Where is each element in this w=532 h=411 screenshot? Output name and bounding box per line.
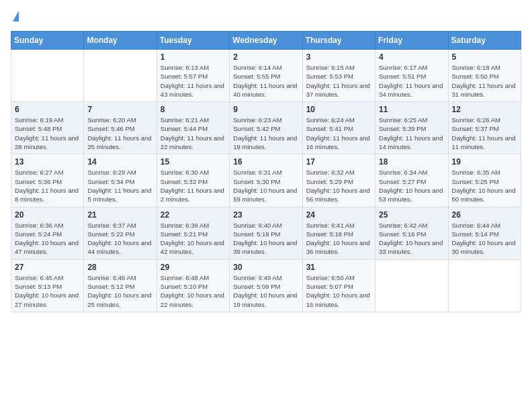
weekday-header-monday: Monday	[84, 32, 157, 50]
calendar-cell	[84, 50, 157, 102]
day-number: 11	[379, 105, 444, 114]
day-number: 8	[161, 105, 226, 114]
day-info: Sunrise: 6:24 AM Sunset: 5:41 PM Dayligh…	[306, 116, 371, 151]
day-info: Sunrise: 6:15 AM Sunset: 5:53 PM Dayligh…	[306, 63, 371, 99]
day-number: 2	[233, 52, 298, 62]
calendar-cell: 13Sunrise: 6:27 AM Sunset: 5:36 PM Dayli…	[11, 154, 84, 207]
weekday-header-saturday: Saturday	[448, 32, 521, 50]
logo	[11, 11, 19, 23]
day-info: Sunrise: 6:20 AM Sunset: 5:46 PM Dayligh…	[87, 116, 152, 151]
calendar-cell: 20Sunrise: 6:36 AM Sunset: 5:24 PM Dayli…	[11, 207, 84, 259]
calendar-cell: 31Sunrise: 6:50 AM Sunset: 5:07 PM Dayli…	[302, 259, 375, 312]
calendar-week-row: 1Sunrise: 6:13 AM Sunset: 5:57 PM Daylig…	[11, 50, 521, 102]
calendar-cell: 11Sunrise: 6:25 AM Sunset: 5:39 PM Dayli…	[375, 102, 448, 154]
day-info: Sunrise: 6:17 AM Sunset: 5:51 PM Dayligh…	[379, 63, 444, 99]
calendar-cell: 16Sunrise: 6:31 AM Sunset: 5:30 PM Dayli…	[230, 154, 302, 207]
calendar-week-row: 6Sunrise: 6:19 AM Sunset: 5:48 PM Daylig…	[11, 102, 521, 154]
day-number: 21	[87, 210, 152, 220]
day-number: 1	[161, 52, 226, 62]
calendar-cell: 6Sunrise: 6:19 AM Sunset: 5:48 PM Daylig…	[11, 102, 84, 154]
calendar-table: SundayMondayTuesdayWednesdayThursdayFrid…	[11, 31, 521, 312]
day-number: 14	[87, 157, 152, 167]
day-number: 31	[306, 263, 371, 272]
day-info: Sunrise: 6:40 AM Sunset: 5:19 PM Dayligh…	[233, 221, 298, 257]
weekday-header-friday: Friday	[375, 32, 448, 50]
day-info: Sunrise: 6:41 AM Sunset: 5:18 PM Dayligh…	[306, 221, 371, 257]
day-info: Sunrise: 6:30 AM Sunset: 5:32 PM Dayligh…	[161, 168, 226, 203]
day-info: Sunrise: 6:39 AM Sunset: 5:21 PM Dayligh…	[161, 221, 226, 257]
calendar-cell	[375, 259, 448, 312]
day-number: 23	[233, 210, 298, 220]
calendar-cell: 27Sunrise: 6:45 AM Sunset: 5:13 PM Dayli…	[11, 259, 84, 312]
day-number: 19	[452, 157, 517, 167]
day-info: Sunrise: 6:50 AM Sunset: 5:07 PM Dayligh…	[306, 273, 371, 309]
calendar-cell: 29Sunrise: 6:48 AM Sunset: 5:10 PM Dayli…	[157, 259, 229, 312]
day-number: 15	[161, 157, 226, 167]
calendar-cell: 12Sunrise: 6:26 AM Sunset: 5:37 PM Dayli…	[448, 102, 521, 154]
day-number: 7	[87, 105, 152, 114]
calendar-week-row: 20Sunrise: 6:36 AM Sunset: 5:24 PM Dayli…	[11, 207, 521, 259]
page-header	[11, 11, 521, 23]
day-info: Sunrise: 6:46 AM Sunset: 5:12 PM Dayligh…	[87, 273, 152, 309]
day-info: Sunrise: 6:27 AM Sunset: 5:36 PM Dayligh…	[15, 168, 80, 203]
day-info: Sunrise: 6:34 AM Sunset: 5:27 PM Dayligh…	[379, 168, 444, 203]
day-number: 10	[306, 105, 371, 114]
day-number: 29	[161, 263, 226, 272]
day-info: Sunrise: 6:25 AM Sunset: 5:39 PM Dayligh…	[379, 116, 444, 151]
day-info: Sunrise: 6:44 AM Sunset: 5:14 PM Dayligh…	[452, 221, 517, 257]
calendar-cell: 25Sunrise: 6:42 AM Sunset: 5:16 PM Dayli…	[375, 207, 448, 259]
day-info: Sunrise: 6:23 AM Sunset: 5:42 PM Dayligh…	[233, 116, 298, 151]
weekday-header-thursday: Thursday	[302, 32, 375, 50]
day-info: Sunrise: 6:45 AM Sunset: 5:13 PM Dayligh…	[15, 273, 80, 309]
day-info: Sunrise: 6:14 AM Sunset: 5:55 PM Dayligh…	[233, 63, 298, 99]
calendar-cell	[448, 259, 521, 312]
calendar-cell: 26Sunrise: 6:44 AM Sunset: 5:14 PM Dayli…	[448, 207, 521, 259]
day-info: Sunrise: 6:32 AM Sunset: 5:29 PM Dayligh…	[306, 168, 371, 203]
day-info: Sunrise: 6:37 AM Sunset: 5:22 PM Dayligh…	[87, 221, 152, 257]
day-number: 12	[452, 105, 517, 114]
day-info: Sunrise: 6:26 AM Sunset: 5:37 PM Dayligh…	[452, 116, 517, 151]
calendar-body: 1Sunrise: 6:13 AM Sunset: 5:57 PM Daylig…	[11, 50, 521, 312]
logo-triangle-icon	[13, 11, 19, 21]
weekday-header-sunday: Sunday	[11, 32, 84, 50]
day-number: 22	[161, 210, 226, 220]
day-info: Sunrise: 6:42 AM Sunset: 5:16 PM Dayligh…	[379, 221, 444, 257]
day-info: Sunrise: 6:19 AM Sunset: 5:48 PM Dayligh…	[15, 116, 80, 151]
day-info: Sunrise: 6:49 AM Sunset: 5:09 PM Dayligh…	[233, 273, 298, 309]
day-number: 27	[15, 263, 80, 272]
day-number: 16	[233, 157, 298, 167]
calendar-cell: 18Sunrise: 6:34 AM Sunset: 5:27 PM Dayli…	[375, 154, 448, 207]
day-number: 30	[233, 263, 298, 272]
weekday-header-tuesday: Tuesday	[157, 32, 229, 50]
calendar-cell: 3Sunrise: 6:15 AM Sunset: 5:53 PM Daylig…	[302, 50, 375, 102]
day-number: 17	[306, 157, 371, 167]
day-number: 3	[306, 52, 371, 62]
day-info: Sunrise: 6:21 AM Sunset: 5:44 PM Dayligh…	[161, 116, 226, 151]
day-number: 13	[15, 157, 80, 167]
calendar-cell: 19Sunrise: 6:35 AM Sunset: 5:25 PM Dayli…	[448, 154, 521, 207]
calendar-week-row: 27Sunrise: 6:45 AM Sunset: 5:13 PM Dayli…	[11, 259, 521, 312]
day-info: Sunrise: 6:48 AM Sunset: 5:10 PM Dayligh…	[161, 273, 226, 309]
calendar-cell: 10Sunrise: 6:24 AM Sunset: 5:41 PM Dayli…	[302, 102, 375, 154]
day-number: 6	[15, 105, 80, 114]
day-number: 5	[452, 52, 517, 62]
calendar-cell: 7Sunrise: 6:20 AM Sunset: 5:46 PM Daylig…	[84, 102, 157, 154]
day-number: 26	[452, 210, 517, 220]
day-number: 28	[87, 263, 152, 272]
day-info: Sunrise: 6:31 AM Sunset: 5:30 PM Dayligh…	[233, 168, 298, 203]
calendar-cell: 8Sunrise: 6:21 AM Sunset: 5:44 PM Daylig…	[157, 102, 229, 154]
calendar-cell: 17Sunrise: 6:32 AM Sunset: 5:29 PM Dayli…	[302, 154, 375, 207]
calendar-cell: 14Sunrise: 6:29 AM Sunset: 5:34 PM Dayli…	[84, 154, 157, 207]
calendar-cell: 4Sunrise: 6:17 AM Sunset: 5:51 PM Daylig…	[375, 50, 448, 102]
calendar-cell: 5Sunrise: 6:18 AM Sunset: 5:50 PM Daylig…	[448, 50, 521, 102]
day-number: 25	[379, 210, 444, 220]
calendar-cell	[11, 50, 84, 102]
calendar-cell: 2Sunrise: 6:14 AM Sunset: 5:55 PM Daylig…	[230, 50, 302, 102]
day-number: 20	[15, 210, 80, 220]
day-number: 24	[306, 210, 371, 220]
day-info: Sunrise: 6:18 AM Sunset: 5:50 PM Dayligh…	[452, 63, 517, 99]
calendar-cell: 24Sunrise: 6:41 AM Sunset: 5:18 PM Dayli…	[302, 207, 375, 259]
calendar-cell: 21Sunrise: 6:37 AM Sunset: 5:22 PM Dayli…	[84, 207, 157, 259]
calendar-cell: 23Sunrise: 6:40 AM Sunset: 5:19 PM Dayli…	[230, 207, 302, 259]
day-number: 4	[379, 52, 444, 62]
